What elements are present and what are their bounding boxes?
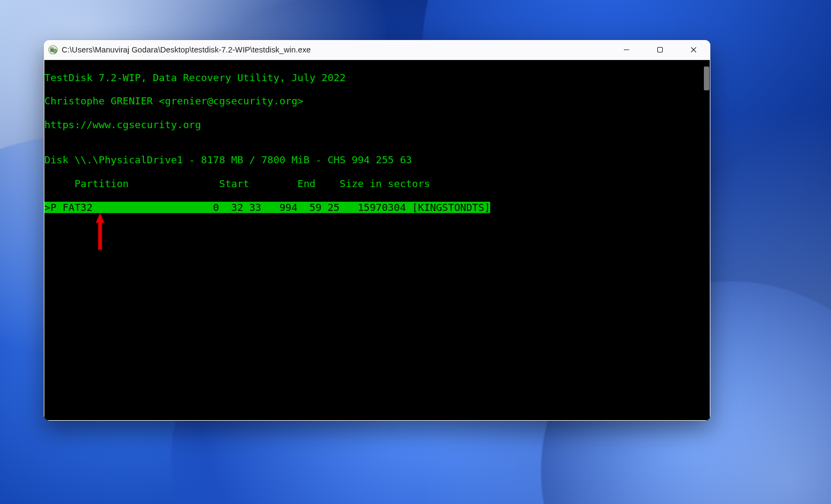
partition-row-highlight: >P FAT32 0 32 33 994 59 25 15970304 [KIN… [44,202,490,214]
svg-rect-4 [658,48,663,52]
app-window: C:\Users\Manuviraj Godara\Desktop\testdi… [44,40,710,421]
term-blank [44,414,701,421]
scrollbar[interactable] [701,60,710,420]
caption-buttons [610,40,710,59]
maximize-icon [657,47,663,53]
term-line: Disk \\.\PhysicalDrive1 - 8178 MB / 7800… [44,154,701,166]
maximize-button[interactable] [643,40,677,59]
minimize-icon [623,47,630,53]
term-blank [44,296,701,308]
term-blank [44,367,701,379]
term-line: Christophe GRENIER <grenier@cgsecurity.o… [44,95,701,107]
term-blank [44,249,701,261]
term-blank [44,343,701,355]
minimize-button[interactable] [610,40,643,59]
scrollbar-thumb[interactable] [704,67,709,90]
term-blank [44,272,701,284]
term-blank [44,225,701,237]
svg-rect-2 [51,48,53,49]
term-header-line: Partition Start End Size in sectors [44,178,701,190]
term-blank [44,390,701,402]
terminal-client-area: TestDisk 7.2-WIP, Data Recovery Utility,… [44,60,710,420]
partition-row-selected[interactable]: >P FAT32 0 32 33 994 59 25 15970304 [KIN… [44,202,701,214]
close-icon [690,47,697,53]
window-title: C:\Users\Manuviraj Godara\Desktop\testdi… [62,45,311,54]
app-icon [48,45,58,55]
close-button[interactable] [677,40,710,59]
term-line: https://www.cgsecurity.org [44,119,701,131]
term-line: TestDisk 7.2-WIP, Data Recovery Utility,… [44,72,701,84]
terminal[interactable]: TestDisk 7.2-WIP, Data Recovery Utility,… [44,60,701,420]
titlebar[interactable]: C:\Users\Manuviraj Godara\Desktop\testdi… [44,40,710,60]
term-blank [44,320,701,331]
